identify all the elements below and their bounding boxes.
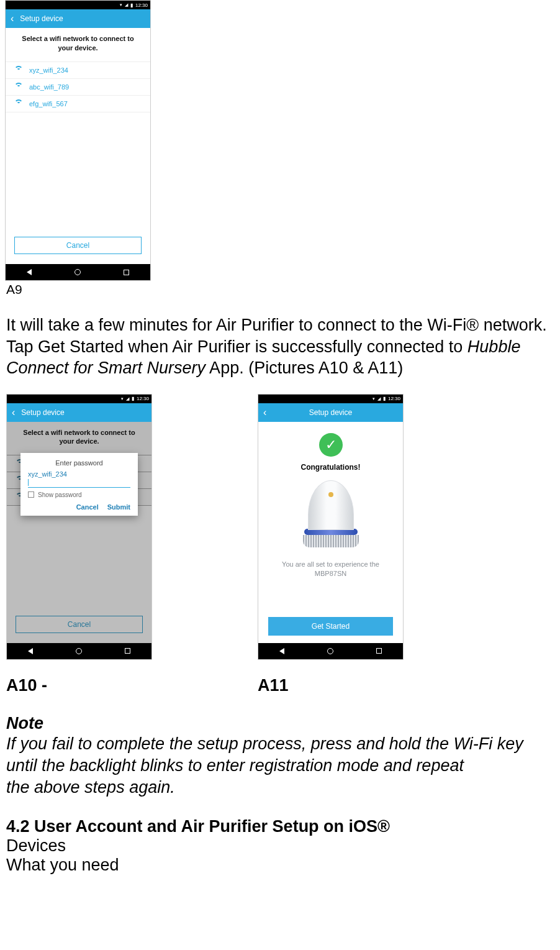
status-time: 12:30 [135,2,148,8]
signal-icon: ▾ [121,396,124,401]
status-bar: ▾ ◢ ▮ 12:30 [258,395,403,403]
instruction-text: Select a wifi network to connect to your… [6,28,150,62]
app-bar: ‹ Setup device [258,403,403,422]
product-image [303,480,359,549]
label-a11: A11 [258,676,289,695]
status-time: 12:30 [388,396,400,401]
app-bar: ‹ Setup device [6,9,150,28]
wifi-row[interactable]: abc_wifi_789 [6,78,150,95]
screenshot-a10: ▾ ◢ ▮ 12:30 ‹ Setup device Select a wifi… [6,394,152,660]
nav-recent-icon[interactable] [125,648,130,654]
show-password-row[interactable]: Show password [28,491,130,498]
wifi-ssid: efg_wifi_567 [29,100,68,107]
nav-home-icon[interactable] [76,648,82,654]
wifi-ssid: xyz_wifi_234 [29,66,68,74]
figure-labels: A10 - A11 [6,676,555,695]
dialog-cancel-button[interactable]: Cancel [76,503,99,511]
back-icon[interactable]: ‹ [263,408,266,418]
android-nav-bar [6,264,150,280]
android-nav-bar [258,643,403,659]
congrats-text: Congratulations! [301,463,361,472]
back-icon[interactable]: ‹ [11,14,14,24]
section-heading: 4.2 User Account and Air Purifier Setup … [6,817,555,836]
status-bar: ▾ ◢ ▮ 12:30 [7,395,151,403]
wifi-row[interactable]: xyz_wifi_234 [6,62,150,78]
app-bar-title: Setup device [20,14,63,23]
wifi-icon [14,66,23,75]
status-time: 12:30 [137,396,149,401]
wifi-icon [14,99,23,108]
dialog-ssid: xyz_wifi_234 [28,470,130,478]
nav-recent-icon[interactable] [124,270,129,275]
section-line: Devices [6,836,555,856]
signal-icon: ▾ [373,396,375,401]
wifi-list: xyz_wifi_234 abc_wifi_789 efg_wifi_567 [6,62,150,112]
wifi-row[interactable]: efg_wifi_567 [6,95,150,112]
label-a10: A10 - [6,676,258,695]
nav-home-icon[interactable] [75,269,81,275]
note-body: If you fail to complete the setup proces… [6,733,555,798]
success-check-icon: ✓ [319,433,343,457]
password-dialog: Enter password xyz_wifi_234 Show passwor… [20,453,138,516]
battery-icon: ▮ [132,396,134,401]
app-bar-title: Setup device [21,408,64,417]
nav-recent-icon[interactable] [376,648,382,654]
app-bar-title: Setup device [309,408,352,417]
nav-back-icon[interactable] [27,269,32,275]
screenshot-a11: ▾ ◢ ▮ 12:30 ‹ Setup device ✓ Congratulat… [258,394,404,660]
password-input[interactable] [28,479,130,488]
wifi-icon [14,83,23,91]
caption-a9: A9 [6,282,555,297]
dialog-submit-button[interactable]: Submit [107,503,130,511]
battery-icon: ▮ [130,2,133,8]
nav-home-icon[interactable] [327,648,333,654]
ready-text: You are all set to experience the MBP87S… [282,560,379,579]
cell-icon: ◢ [125,2,128,7]
checkbox-icon[interactable] [28,491,34,498]
body-paragraph: It will take a few minutes for Air Purif… [6,314,555,379]
android-nav-bar [7,643,151,659]
app-bar: ‹ Setup device [7,403,151,422]
cell-icon: ◢ [377,396,381,401]
note-heading: Note [6,714,555,733]
signal-icon: ▾ [120,2,122,7]
status-bar: ▾ ◢ ▮ 12:30 [6,1,150,9]
screenshot-a9: ▾ ◢ ▮ 12:30 ‹ Setup device Select a wifi… [5,0,151,281]
battery-icon: ▮ [383,396,386,401]
show-password-label: Show password [38,491,82,498]
wifi-ssid: abc_wifi_789 [29,83,69,91]
cancel-button[interactable]: Cancel [14,237,142,254]
cancel-button[interactable]: Cancel [16,616,143,633]
dialog-title: Enter password [28,459,130,467]
nav-back-icon[interactable] [279,648,284,654]
back-icon[interactable]: ‹ [12,408,15,418]
cell-icon: ◢ [126,396,129,401]
instruction-text: Select a wifi network to connect to your… [7,422,151,455]
section-line: What you need [6,856,555,875]
get-started-button[interactable]: Get Started [268,617,393,636]
nav-back-icon[interactable] [28,648,33,654]
